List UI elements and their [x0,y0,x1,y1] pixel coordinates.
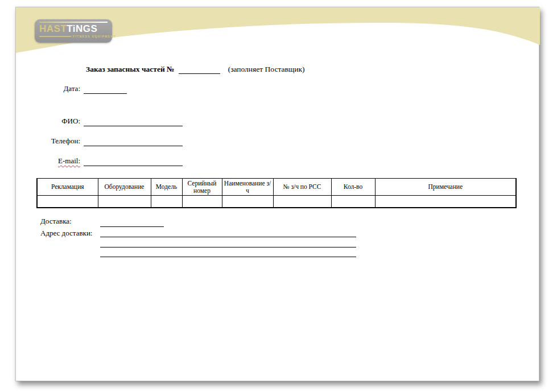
phone-blank-line [84,146,183,146]
address-blank-line-1 [100,237,356,237]
delivery-blank-line [100,226,164,227]
table-cell [273,196,331,208]
form-title-text: Заказ запасных частей № [86,65,175,74]
table-cell [98,196,151,208]
table-row [37,196,516,208]
address-blank-line-3 [100,257,356,257]
col-header-quantity: Кол-во [331,179,375,196]
logo-text-tings: TiNGS [67,23,97,34]
logo-bottom-row: FITNESS EQUIPMENT [39,35,108,38]
delivery-address-label: Адрес доставки: [40,229,92,237]
logo-text-hast: HAST [39,23,67,34]
table-cell [222,196,273,208]
form-title-note: (заполняет Поставщик) [228,65,305,74]
col-header-part-number-pcc: № з/ч по РСС [273,179,331,196]
hasttings-logo: HASTTiNGS FITNESS EQUIPMENT [35,19,112,43]
col-header-reklamaciya: Рекламация [37,179,98,196]
order-number-blank [179,65,220,74]
col-header-oborudovanie: Оборудование [98,179,151,196]
email-label: E-mail: [23,157,80,165]
document-page: HASTTiNGS FITNESS EQUIPMENT Заказ запасн… [15,7,539,381]
table-cell [37,196,98,208]
col-header-serial-number: Серийный номер [182,179,222,196]
logo-top-rule [39,22,108,23]
col-header-model: Модель [151,179,182,196]
name-label: ФИО: [23,117,80,125]
form-title: Заказ запасных частей № (заполняет Поста… [86,65,304,74]
logo-wordmark: HASTTiNGS [39,23,108,34]
date-label: Дата: [23,85,80,93]
address-blank-line-2 [100,247,356,247]
phone-label: Телефон: [23,137,80,145]
name-blank-line [84,126,183,126]
table-cell [375,196,516,208]
table-cell [151,196,182,208]
col-header-part-name: Наименование з/ч [222,179,273,196]
table-cell [182,196,222,208]
table-header-row: Рекламация Оборудование Модель Серийный … [37,179,516,196]
parts-order-table: Рекламация Оборудование Модель Серийный … [36,178,517,208]
email-blank-line [84,166,183,166]
delivery-label: Доставка: [40,217,72,225]
logo-bottom-rule [39,36,71,37]
date-blank-line [84,93,127,94]
logo-tagline: FITNESS EQUIPMENT [73,35,116,38]
col-header-note: Примечание [375,179,516,196]
table-cell [331,196,375,208]
